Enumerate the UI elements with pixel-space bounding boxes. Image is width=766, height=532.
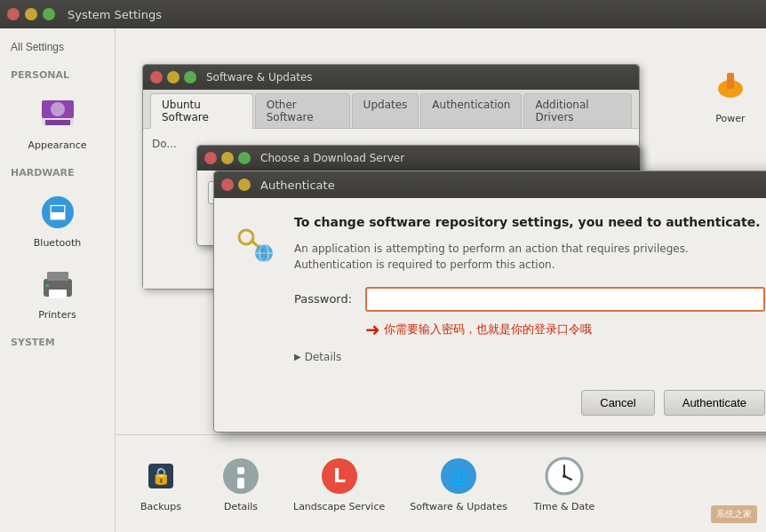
svg-point-3 xyxy=(51,102,65,116)
ds-close-button[interactable] xyxy=(204,152,217,164)
time-icon xyxy=(543,455,586,497)
auth-icon-area xyxy=(230,214,280,374)
auth-close-button[interactable] xyxy=(221,179,234,191)
svg-text:🌐: 🌐 xyxy=(450,469,467,486)
auth-actions: Cancel Authenticate xyxy=(214,390,766,432)
power-section[interactable]: Power xyxy=(709,64,752,124)
sw-close-button[interactable] xyxy=(150,71,163,83)
svg-point-32 xyxy=(563,474,566,478)
auth-authenticate-button[interactable]: Authenticate xyxy=(664,390,765,416)
svg-rect-22 xyxy=(237,467,244,474)
landscape-label: Landscape Service xyxy=(293,501,385,512)
details-label-bottom: Details xyxy=(224,501,258,512)
section-hardware: Hardware xyxy=(0,160,115,182)
appearance-icon xyxy=(36,93,79,136)
sw-min-button[interactable] xyxy=(167,71,180,83)
sidebar-item-bluetooth[interactable]: ⬓ Bluetooth xyxy=(0,186,115,254)
svg-rect-7 xyxy=(47,272,68,281)
bottom-landscape[interactable]: L Landscape Service xyxy=(290,449,388,518)
auth-hint-text: 你需要输入密码，也就是你的登录口令哦 xyxy=(384,322,592,337)
bottom-bar: 🔒 Backups Details L xyxy=(116,434,766,532)
svg-text:🔒: 🔒 xyxy=(151,466,172,486)
sidebar: All Settings Personal Appearance Hardwar… xyxy=(0,28,116,532)
ds-title: Choose a Download Server xyxy=(260,152,404,164)
ds-min-button[interactable] xyxy=(221,152,234,164)
auth-sub-text: An application is attempting to perform … xyxy=(294,241,765,273)
sw-updates-titlebar: Software & Updates xyxy=(143,65,639,90)
tab-updates[interactable]: Updates xyxy=(352,93,419,128)
backups-icon: 🔒 xyxy=(140,455,182,497)
svg-rect-23 xyxy=(237,478,244,488)
bluetooth-icon: ⬓ xyxy=(36,191,79,234)
power-icon xyxy=(709,64,752,109)
bottom-sw-updates[interactable]: 🌐 Software & Updates xyxy=(406,449,511,518)
auth-main-text: To change software repository settings, … xyxy=(294,214,765,232)
svg-rect-9 xyxy=(45,284,49,287)
auth-content: To change software repository settings, … xyxy=(294,214,765,374)
maximize-button[interactable] xyxy=(43,8,55,20)
svg-rect-2 xyxy=(45,120,70,125)
svg-text:⬓: ⬓ xyxy=(48,200,67,222)
auth-min-button[interactable] xyxy=(238,179,251,191)
sidebar-item-appearance[interactable]: Appearance xyxy=(0,88,115,156)
watermark: 系统之家 xyxy=(711,505,757,523)
details-row[interactable]: ▶ Details xyxy=(294,351,765,363)
sidebar-item-appearance-label: Appearance xyxy=(28,139,86,151)
tab-additional-drivers[interactable]: Additional Drivers xyxy=(523,93,632,128)
sw-max-button[interactable] xyxy=(184,71,196,83)
system-settings-window: System Settings All Settings Personal Ap… xyxy=(0,0,766,532)
details-arrow-icon: ▶ xyxy=(294,352,301,361)
bottom-details[interactable]: Details xyxy=(210,449,272,518)
password-input[interactable] xyxy=(365,287,765,312)
time-label: Time & Date xyxy=(533,501,594,512)
minimize-button[interactable] xyxy=(25,8,37,20)
arrow-icon: ➜ xyxy=(365,319,380,340)
sw-updates-label: Software & Updates xyxy=(410,501,507,512)
ds-max-button[interactable] xyxy=(238,152,251,164)
close-button[interactable] xyxy=(7,8,20,20)
tab-ubuntu-software[interactable]: Ubuntu Software xyxy=(150,93,253,129)
sw-updates-icon: 🌐 xyxy=(437,455,480,497)
svg-text:L: L xyxy=(333,465,346,487)
section-personal: Personal xyxy=(0,62,115,84)
bottom-time[interactable]: Time & Date xyxy=(529,449,600,518)
system-settings-titlebar: System Settings xyxy=(0,0,766,28)
auth-cancel-button[interactable]: Cancel xyxy=(581,390,654,416)
sw-updates-title: Software & Updates xyxy=(206,71,313,83)
password-field-row: Password: xyxy=(294,287,765,312)
authenticate-dialog: Authenticate xyxy=(213,171,766,433)
tabs-bar: Ubuntu Software Other Software Updates A… xyxy=(143,90,639,129)
password-label: Password: xyxy=(294,292,356,306)
auth-hint: ➜ 你需要输入密码，也就是你的登录口令哦 xyxy=(365,319,765,340)
sidebar-item-printers-label: Printers xyxy=(38,309,76,321)
sidebar-item-bluetooth-label: Bluetooth xyxy=(34,237,81,249)
auth-body: To change software repository settings, … xyxy=(214,198,766,390)
tab-authentication[interactable]: Authentication xyxy=(420,93,522,128)
details-icon xyxy=(219,455,262,497)
backups-label: Backups xyxy=(140,501,181,512)
ds-titlebar: Choose a Download Server xyxy=(197,146,640,171)
all-settings-button[interactable]: All Settings xyxy=(0,36,115,59)
auth-dialog-title: Authenticate xyxy=(260,179,335,192)
auth-icon xyxy=(230,218,280,267)
bottom-backups[interactable]: 🔒 Backups xyxy=(130,449,192,518)
tab-other-software[interactable]: Other Software xyxy=(255,93,350,128)
section-system: System xyxy=(0,330,115,352)
sidebar-item-printers[interactable]: Printers xyxy=(0,258,115,326)
window-title: System Settings xyxy=(68,8,162,21)
printers-icon xyxy=(36,263,79,306)
auth-titlebar: Authenticate xyxy=(214,171,766,198)
power-label: Power xyxy=(715,113,745,124)
svg-rect-11 xyxy=(727,73,734,89)
details-label: Details xyxy=(305,351,342,363)
svg-rect-8 xyxy=(49,290,67,298)
landscape-icon: L xyxy=(318,455,361,497)
